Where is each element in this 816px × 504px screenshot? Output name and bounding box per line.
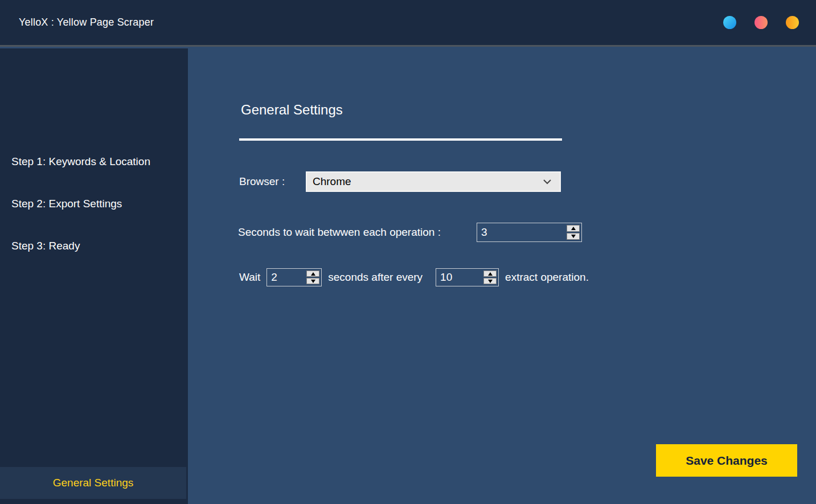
spin-down-button[interactable] [567, 233, 580, 240]
arrow-up-icon [311, 272, 315, 276]
wait-seconds-spinner [266, 268, 322, 286]
titlebar: YelloX : Yellow Page Scraper [0, 0, 816, 47]
arrow-up-icon [571, 227, 576, 230]
sidebar-item-step3-ready[interactable]: Step 3: Ready [0, 240, 188, 252]
arrow-down-icon [488, 280, 493, 283]
wait-between-row: Seconds to wait betwwen each operation : [238, 223, 582, 242]
wait-between-spinner [477, 223, 582, 242]
spin-up-button[interactable] [483, 271, 497, 277]
browser-label: Browser : [239, 175, 306, 188]
spin-down-button[interactable] [306, 278, 319, 284]
general-settings-panel: General Settings Browser : Chrome Second… [188, 48, 816, 504]
page-title: General Settings [241, 102, 343, 118]
every-operations-spinner [436, 268, 499, 286]
sidebar-item-step2-export-settings[interactable]: Step 2: Export Settings [0, 198, 188, 210]
chevron-down-icon [543, 179, 552, 185]
window-controls [723, 16, 799, 29]
wait-every-row: Wait seconds after every extract operati… [239, 268, 589, 286]
browser-select[interactable]: Chrome [306, 171, 561, 192]
wait-every-middle-label: seconds after every [328, 271, 423, 284]
wait-every-suffix-label: extract operation. [505, 271, 589, 284]
app-title: YelloX : Yellow Page Scraper [19, 17, 154, 28]
every-operations-spin-buttons [482, 269, 498, 286]
arrow-up-icon [488, 272, 493, 276]
wait-every-prefix-label: Wait [239, 271, 260, 284]
wait-seconds-spin-buttons [305, 269, 321, 286]
wait-between-label: Seconds to wait betwwen each operation : [238, 226, 477, 239]
wait-between-input[interactable] [477, 223, 565, 241]
window-control-orange-icon[interactable] [786, 16, 799, 29]
arrow-down-icon [311, 280, 315, 283]
every-operations-input[interactable] [436, 269, 482, 286]
window-control-blue-icon[interactable] [723, 16, 736, 29]
spin-up-button[interactable] [567, 225, 580, 232]
browser-select-value: Chrome [313, 175, 543, 188]
sidebar-item-step1-keywords-location[interactable]: Step 1: Keywords & Location [0, 155, 188, 168]
spin-up-button[interactable] [306, 271, 319, 277]
window-control-pink-icon[interactable] [755, 16, 768, 29]
wait-between-spin-buttons [565, 223, 581, 241]
save-changes-button[interactable]: Save Changes [656, 444, 797, 477]
sidebar-item-general-settings-active[interactable]: General Settings [0, 467, 186, 499]
arrow-down-icon [571, 235, 576, 238]
wait-seconds-input[interactable] [267, 269, 305, 286]
heading-underline [239, 138, 562, 141]
sidebar: Step 1: Keywords & Location Step 2: Expo… [0, 48, 188, 504]
browser-row: Browser : Chrome [239, 171, 561, 192]
spin-down-button[interactable] [483, 278, 497, 284]
